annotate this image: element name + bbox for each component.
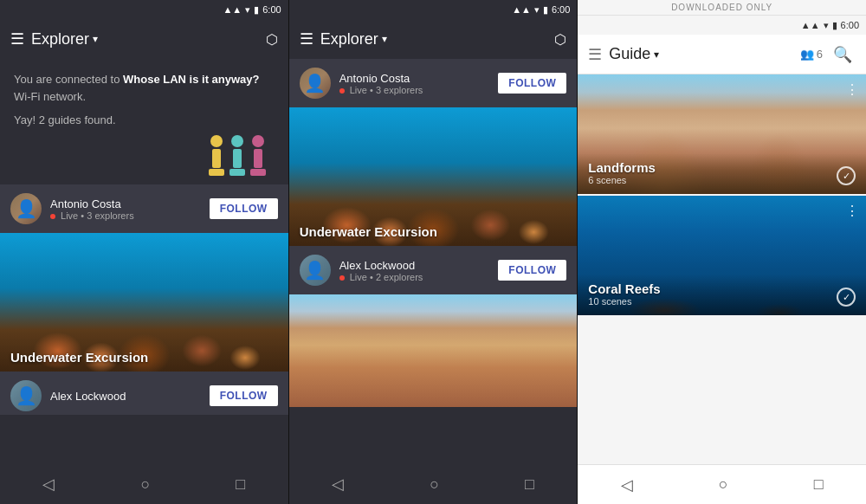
status-icons-left: ▲▲ ▾ ▮ 6:00 xyxy=(223,4,281,16)
guide-image-left-1: Underwater Excursion xyxy=(0,233,288,372)
follow-button-left-1[interactable]: FOLLOW xyxy=(210,198,278,219)
guide-list-item-coral[interactable]: ⋮ Coral Reefs 10 scenes ✓ xyxy=(578,196,866,317)
toolbar-right-left: ⬡ xyxy=(266,31,278,48)
guide-name-left-1: Antonio Costa xyxy=(50,197,201,210)
guide-image-mid-2 xyxy=(289,294,578,407)
avatar-alex-left xyxy=(10,380,42,411)
follow-button-mid-2[interactable]: FOLLOW xyxy=(498,260,566,281)
back-button-left[interactable]: ◁ xyxy=(25,468,72,501)
guide-card-header-left-1: Antonio Costa Live • 3 explorers FOLLOW xyxy=(0,184,288,233)
avatar-antonio-left xyxy=(10,193,42,224)
guide-list-info-landforms: Landforms 6 scenes xyxy=(578,153,866,194)
status-bar-left: ▲▲ ▾ ▮ 6:00 xyxy=(0,0,288,19)
wifi-icon-right: ▾ xyxy=(824,20,829,31)
bottom-nav-mid: ◁ ○ □ xyxy=(289,464,578,504)
battery-icon: ▮ xyxy=(254,4,259,16)
rock-bg-mid-2 xyxy=(289,294,578,407)
wifi-message: You are connected to Whose LAN is it any… xyxy=(0,59,288,113)
guide-scenes-coral: 10 scenes xyxy=(588,296,856,307)
live-dot-mid-2 xyxy=(339,275,345,281)
back-button-mid[interactable]: ◁ xyxy=(314,468,361,501)
vr-icon-mid[interactable]: ⬡ xyxy=(554,31,566,48)
toolbar-mid: ☰ Explorer ▾ ⬡ xyxy=(289,19,578,59)
search-button-right[interactable]: 🔍 xyxy=(830,42,856,68)
time-left: 6:00 xyxy=(262,4,281,15)
time-right: 6:00 xyxy=(841,20,859,30)
guide-card-left-2[interactable]: Alex Lockwood FOLLOW xyxy=(0,372,288,415)
guide-info-left-1: Antonio Costa Live • 3 explorers xyxy=(50,197,201,221)
guide-list-info-coral: Coral Reefs 10 scenes xyxy=(578,275,866,315)
menu-icon-mid[interactable]: ☰ xyxy=(300,29,313,48)
people-count: 👥 6 xyxy=(800,48,823,61)
title-caret-mid[interactable]: ▾ xyxy=(382,33,387,45)
battery-icon-mid: ▮ xyxy=(543,4,548,16)
battery-icon-right: ▮ xyxy=(832,20,837,31)
vr-icon-left[interactable]: ⬡ xyxy=(266,31,278,48)
avatar-alex-mid xyxy=(300,255,331,286)
guide-title-landforms: Landforms xyxy=(588,160,856,175)
live-dot-left-1 xyxy=(50,214,55,219)
recents-button-right[interactable]: □ xyxy=(797,468,841,501)
avatar-antonio-mid xyxy=(300,68,331,99)
guide-name-mid-1: Antonio Costa xyxy=(339,72,490,85)
home-button-right[interactable]: ○ xyxy=(701,468,746,501)
guide-card-header-mid-2: Alex Lockwood Live • 2 explorers FOLLOW xyxy=(289,246,578,294)
guide-card-mid-1[interactable]: Antonio Costa Live • 3 explorers FOLLOW … xyxy=(289,59,578,246)
live-dot-mid-1 xyxy=(339,88,345,94)
guide-card-mid-2[interactable]: Alex Lockwood Live • 2 explorers FOLLOW xyxy=(289,246,578,407)
guide-info-mid-1: Antonio Costa Live • 3 explorers xyxy=(339,72,490,95)
menu-icon-left[interactable]: ☰ xyxy=(10,29,24,48)
guide-meta-left-1: Live • 3 explorers xyxy=(50,210,201,221)
guide-name-left-2: Alex Lockwood xyxy=(50,390,201,403)
more-options-landforms[interactable]: ⋮ xyxy=(845,81,859,98)
content-right: ⋮ Landforms 6 scenes ✓ ⋮ Coral Reefs 10 … xyxy=(578,74,866,464)
guide-card-left-1[interactable]: Antonio Costa Live • 3 explorers FOLLOW … xyxy=(0,184,288,372)
guide-caption-left-1: Underwater Excursion xyxy=(0,343,158,372)
title-caret-left[interactable]: ▾ xyxy=(93,33,98,45)
guide-check-coral: ✓ xyxy=(837,288,856,307)
content-mid: Antonio Costa Live • 3 explorers FOLLOW … xyxy=(289,59,578,464)
app-title-right: Guide ▾ xyxy=(609,45,659,63)
illustration xyxy=(0,135,288,184)
toolbar-right: ☰ Guide ▾ 👥 6 🔍 xyxy=(578,35,866,74)
time-mid: 6:00 xyxy=(552,4,570,15)
toolbar-left: ☰ Explorer ▾ ⬡ xyxy=(0,19,288,59)
back-button-right[interactable]: ◁ xyxy=(604,468,650,501)
guide-caption-mid-1: Underwater Excursion xyxy=(289,217,448,246)
guide-name-mid-2: Alex Lockwood xyxy=(339,259,490,272)
guide-info-left-2: Alex Lockwood xyxy=(50,390,201,403)
menu-icon-right[interactable]: ☰ xyxy=(588,45,602,64)
home-button-mid[interactable]: ○ xyxy=(412,468,456,501)
follow-button-left-2[interactable]: FOLLOW xyxy=(210,385,278,406)
toolbar-right-right: 👥 6 🔍 xyxy=(800,42,856,68)
bottom-nav-right: ◁ ○ □ xyxy=(578,464,866,504)
guide-check-landforms: ✓ xyxy=(837,166,856,185)
guide-meta-mid-1: Live • 3 explorers xyxy=(339,85,490,95)
guide-list-item-landforms[interactable]: ⋮ Landforms 6 scenes ✓ xyxy=(578,74,866,196)
status-bar-right: ▲▲ ▾ ▮ 6:00 xyxy=(578,16,866,35)
guide-meta-mid-2: Live • 2 explorers xyxy=(339,272,490,282)
signal-icon-mid: ▲▲ xyxy=(512,4,531,15)
app-title-left: Explorer ▾ xyxy=(31,30,98,48)
title-caret-right[interactable]: ▾ xyxy=(654,48,659,61)
status-icons-mid: ▲▲ ▾ ▮ 6:00 xyxy=(512,4,570,16)
panel-mid: ▲▲ ▾ ▮ 6:00 ☰ Explorer ▾ ⬡ Antonio Costa xyxy=(289,0,578,504)
downloaded-banner: DOWNLOADED ONLY xyxy=(578,0,866,16)
bottom-nav-left: ◁ ○ □ xyxy=(0,464,288,504)
guides-found: Yay! 2 guides found. xyxy=(0,113,288,135)
wifi-icon-mid: ▾ xyxy=(534,4,540,16)
app-title-mid: Explorer ▾ xyxy=(320,30,387,48)
guide-image-mid-1: Underwater Excursion xyxy=(289,107,578,246)
toolbar-right-mid: ⬡ xyxy=(554,31,566,48)
panel-left: ▲▲ ▾ ▮ 6:00 ☰ Explorer ▾ ⬡ You are conne… xyxy=(0,0,289,504)
people-icon: 👥 xyxy=(800,48,814,61)
status-icons-right: ▲▲ ▾ ▮ 6:00 xyxy=(801,20,859,31)
recents-button-left[interactable]: □ xyxy=(218,468,262,501)
recents-button-mid[interactable]: □ xyxy=(507,468,552,501)
home-button-left[interactable]: ○ xyxy=(123,468,167,501)
panel-right: DOWNLOADED ONLY ▲▲ ▾ ▮ 6:00 ☰ Guide ▾ 👥 … xyxy=(578,0,866,504)
follow-button-mid-1[interactable]: FOLLOW xyxy=(498,73,566,94)
signal-icon: ▲▲ xyxy=(223,4,242,15)
more-options-coral[interactable]: ⋮ xyxy=(845,203,859,219)
wifi-icon: ▾ xyxy=(245,4,250,16)
